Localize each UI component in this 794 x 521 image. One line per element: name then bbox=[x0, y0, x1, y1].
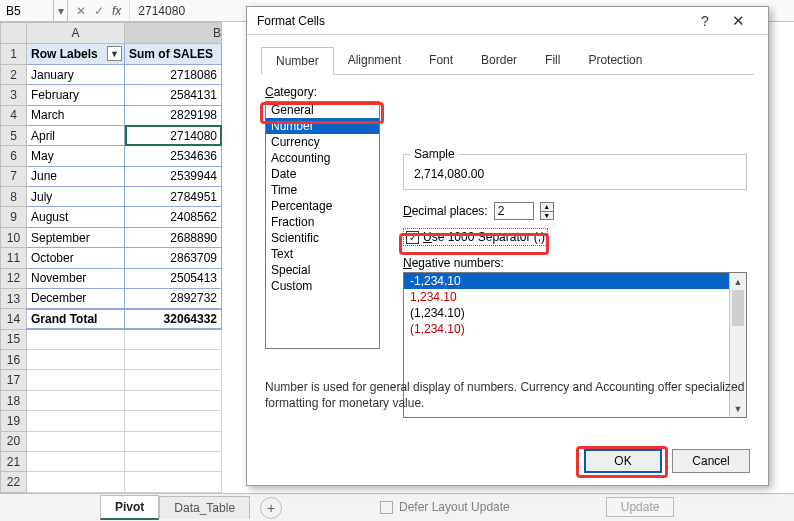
row-header[interactable]: 1 bbox=[1, 44, 27, 64]
row-header[interactable]: 7 bbox=[1, 166, 27, 186]
row-header[interactable]: 4 bbox=[1, 105, 27, 125]
pivot-row-label[interactable]: June bbox=[27, 166, 125, 186]
pivot-grand-total-value[interactable]: 32064332 bbox=[125, 309, 222, 329]
row-header[interactable]: 21 bbox=[1, 451, 27, 471]
pivot-value[interactable]: 2584131 bbox=[125, 85, 222, 105]
cell[interactable] bbox=[27, 472, 125, 493]
spin-down-icon[interactable]: ▼ bbox=[541, 212, 553, 220]
grid[interactable]: A B 1 Row Labels ▼ Sum of SALES 2January… bbox=[0, 22, 222, 493]
pivot-row-label[interactable]: September bbox=[27, 227, 125, 247]
cell[interactable] bbox=[125, 431, 222, 451]
tab-alignment[interactable]: Alignment bbox=[334, 47, 415, 74]
pivot-value[interactable]: 2714080 bbox=[125, 125, 222, 145]
row-header[interactable]: 22 bbox=[1, 472, 27, 493]
row-header[interactable]: 14 bbox=[1, 309, 27, 329]
defer-layout-checkbox[interactable] bbox=[380, 501, 393, 514]
pivot-value[interactable]: 2539944 bbox=[125, 166, 222, 186]
category-item-time[interactable]: Time bbox=[266, 182, 379, 198]
category-item-date[interactable]: Date bbox=[266, 166, 379, 182]
pivot-row-label[interactable]: November bbox=[27, 268, 125, 288]
tab-protection[interactable]: Protection bbox=[574, 47, 656, 74]
thousand-separator-row[interactable]: ✓ Use 1000 Separator (,) bbox=[403, 228, 548, 246]
name-box[interactable]: B5 bbox=[0, 0, 54, 21]
cancel-button[interactable]: Cancel bbox=[672, 449, 750, 473]
row-header[interactable]: 5 bbox=[1, 125, 27, 145]
select-all-corner[interactable] bbox=[1, 23, 27, 44]
dialog-titlebar[interactable]: Format Cells ? ✕ bbox=[247, 7, 768, 35]
row-header[interactable]: 9 bbox=[1, 207, 27, 227]
cell[interactable] bbox=[27, 329, 125, 349]
enter-icon[interactable]: ✓ bbox=[94, 4, 104, 18]
cell[interactable] bbox=[125, 390, 222, 410]
category-item-general[interactable]: General bbox=[266, 102, 379, 118]
pivot-value[interactable]: 2534636 bbox=[125, 146, 222, 166]
category-item-fraction[interactable]: Fraction bbox=[266, 214, 379, 230]
pivot-values-header[interactable]: Sum of SALES bbox=[125, 44, 222, 64]
cell[interactable] bbox=[125, 350, 222, 370]
pivot-row-label[interactable]: February bbox=[27, 85, 125, 105]
category-item-accounting[interactable]: Accounting bbox=[266, 150, 379, 166]
row-header[interactable]: 3 bbox=[1, 85, 27, 105]
pivot-row-label[interactable]: October bbox=[27, 248, 125, 268]
negative-option[interactable]: -1,234.10 bbox=[404, 273, 746, 289]
cell[interactable] bbox=[27, 451, 125, 471]
name-box-dropdown[interactable]: ▾ bbox=[54, 0, 68, 21]
cell[interactable] bbox=[125, 472, 222, 493]
cell[interactable] bbox=[27, 411, 125, 431]
cancel-icon[interactable]: ✕ bbox=[76, 4, 86, 18]
pivot-row-label[interactable]: January bbox=[27, 64, 125, 84]
category-list[interactable]: General Number Currency Accounting Date … bbox=[265, 101, 380, 349]
row-header[interactable]: 15 bbox=[1, 329, 27, 349]
scroll-thumb[interactable] bbox=[732, 290, 744, 326]
tab-border[interactable]: Border bbox=[467, 47, 531, 74]
pivot-value[interactable]: 2718086 bbox=[125, 64, 222, 84]
pivot-row-label[interactable]: May bbox=[27, 146, 125, 166]
pivot-value[interactable]: 2863709 bbox=[125, 248, 222, 268]
negative-option[interactable]: (1,234.10) bbox=[404, 305, 746, 321]
cell[interactable] bbox=[125, 451, 222, 471]
pivot-value[interactable]: 2505413 bbox=[125, 268, 222, 288]
pivot-value[interactable]: 2688890 bbox=[125, 227, 222, 247]
formula-bar-value[interactable]: 2714080 bbox=[130, 4, 193, 18]
cell[interactable] bbox=[125, 329, 222, 349]
pivot-value[interactable]: 2408562 bbox=[125, 207, 222, 227]
tab-fill[interactable]: Fill bbox=[531, 47, 574, 74]
pivot-row-label[interactable]: April bbox=[27, 125, 125, 145]
col-header-B[interactable]: B bbox=[125, 23, 222, 44]
pivot-row-label[interactable]: August bbox=[27, 207, 125, 227]
tab-font[interactable]: Font bbox=[415, 47, 467, 74]
category-item-currency[interactable]: Currency bbox=[266, 134, 379, 150]
scroll-up-icon[interactable]: ▲ bbox=[730, 273, 746, 290]
sheet-tab-data-table[interactable]: Data_Table bbox=[159, 496, 250, 519]
cell[interactable] bbox=[27, 350, 125, 370]
row-header[interactable]: 16 bbox=[1, 350, 27, 370]
pivot-row-label[interactable]: July bbox=[27, 187, 125, 207]
pivot-value[interactable]: 2892732 bbox=[125, 288, 222, 308]
row-header[interactable]: 17 bbox=[1, 370, 27, 390]
negative-option[interactable]: 1,234.10 bbox=[404, 289, 746, 305]
col-header-A[interactable]: A bbox=[27, 23, 125, 44]
ok-button[interactable]: OK bbox=[584, 449, 662, 473]
tab-number[interactable]: Number bbox=[261, 47, 334, 75]
category-item-number[interactable]: Number bbox=[266, 118, 379, 134]
row-header[interactable]: 10 bbox=[1, 227, 27, 247]
row-header[interactable]: 19 bbox=[1, 411, 27, 431]
sheet-tab-pivot[interactable]: Pivot bbox=[100, 495, 159, 520]
row-header[interactable]: 18 bbox=[1, 390, 27, 410]
pivot-filter-dropdown-icon[interactable]: ▼ bbox=[107, 46, 122, 61]
close-icon[interactable]: ✕ bbox=[718, 12, 758, 30]
pivot-row-label[interactable]: December bbox=[27, 288, 125, 308]
row-header[interactable]: 20 bbox=[1, 431, 27, 451]
pivot-row-label[interactable]: March bbox=[27, 105, 125, 125]
category-item-scientific[interactable]: Scientific bbox=[266, 230, 379, 246]
help-icon[interactable]: ? bbox=[692, 13, 718, 29]
row-header[interactable]: 12 bbox=[1, 268, 27, 288]
cell[interactable] bbox=[27, 431, 125, 451]
cell[interactable] bbox=[27, 370, 125, 390]
cell[interactable] bbox=[27, 390, 125, 410]
row-header[interactable]: 11 bbox=[1, 248, 27, 268]
spin-up-icon[interactable]: ▲ bbox=[541, 203, 553, 212]
row-header[interactable]: 13 bbox=[1, 288, 27, 308]
category-item-custom[interactable]: Custom bbox=[266, 278, 379, 294]
negative-option[interactable]: (1,234.10) bbox=[404, 321, 746, 337]
